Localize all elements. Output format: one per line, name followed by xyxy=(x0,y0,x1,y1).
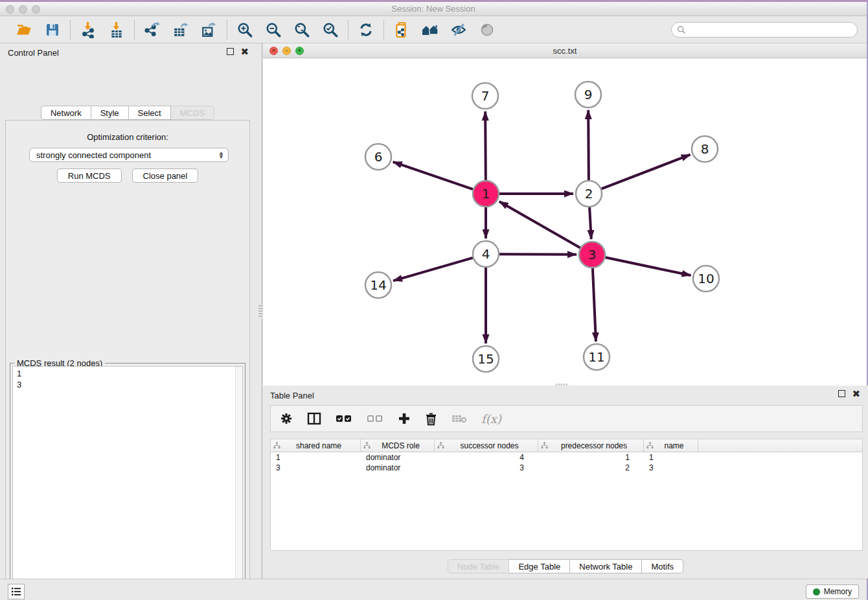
edge-1-7[interactable] xyxy=(485,111,486,180)
export-network-icon[interactable] xyxy=(143,21,161,39)
edge-2-8[interactable] xyxy=(602,155,691,189)
column-tree-icon xyxy=(273,442,280,449)
table-cell[interactable]: 4 xyxy=(435,452,538,463)
tab-network[interactable]: Network xyxy=(41,106,91,120)
column-tree-icon xyxy=(437,442,444,449)
network-graph-canvas[interactable]: 7968124314101511 xyxy=(263,58,865,386)
column-header-label: shared name xyxy=(296,441,341,450)
memory-label: Memory xyxy=(824,587,852,596)
table-toolbar: f(x) xyxy=(270,405,863,432)
node-label-6: 6 xyxy=(374,149,383,165)
search-field[interactable] xyxy=(671,22,858,38)
table-cell[interactable]: dominator xyxy=(361,452,435,463)
houses-icon[interactable] xyxy=(421,21,439,39)
tab-edge-table[interactable]: Edge Table xyxy=(509,559,570,573)
table-cell[interactable]: 1 xyxy=(271,452,361,463)
edge-3-1[interactable] xyxy=(499,202,580,248)
save-session-icon[interactable] xyxy=(43,21,62,39)
edge-2-3[interactable] xyxy=(589,207,591,239)
window-title: Session: New Session xyxy=(0,4,867,14)
edge-4-3[interactable] xyxy=(499,254,577,255)
delete-table-icon-disabled xyxy=(451,413,467,424)
mcds-result-text[interactable]: 13 xyxy=(12,366,243,600)
table-cell[interactable]: 1 xyxy=(538,452,644,463)
table-row[interactable]: 1dominator411 xyxy=(271,452,862,463)
network-window-title: scc.txt xyxy=(263,46,867,56)
zoom-fit-icon[interactable] xyxy=(293,21,311,39)
task-history-button[interactable] xyxy=(8,584,25,599)
node-label-9: 9 xyxy=(584,87,593,102)
network-window-titlebar[interactable]: ✕ − + scc.txt xyxy=(263,43,867,58)
tab-network-table[interactable]: Network Table xyxy=(570,559,642,573)
node-label-10: 10 xyxy=(698,271,714,286)
refresh-icon[interactable] xyxy=(357,21,375,39)
edge-2-9[interactable] xyxy=(588,110,589,180)
control-panel-title: Control Panel xyxy=(8,48,59,58)
zoom-selected-icon[interactable] xyxy=(321,21,339,39)
zoom-out-icon[interactable] xyxy=(264,21,282,39)
split-columns-icon[interactable] xyxy=(307,412,321,425)
run-mcds-button[interactable]: Run MCDS xyxy=(57,168,122,183)
network-window: ✕ − + scc.txt 7968124314101511 xyxy=(263,43,867,386)
optimization-criterion-label: Optimization criterion: xyxy=(6,132,249,142)
select-stepper-icon: ▲▼ xyxy=(218,151,224,159)
paint-eye-icon[interactable] xyxy=(450,21,468,39)
gear-icon[interactable] xyxy=(280,412,293,425)
close-panel-icon[interactable]: ✖ xyxy=(240,48,249,55)
mcds-panel: Optimization criterion: strongly connect… xyxy=(5,120,250,600)
hide-columns-icon[interactable] xyxy=(367,413,383,424)
trash-icon[interactable] xyxy=(425,412,437,426)
edge-3-11[interactable] xyxy=(593,268,596,341)
close-table-panel-icon[interactable]: ✖ xyxy=(852,390,860,397)
table-cell[interactable]: 1 xyxy=(644,452,698,463)
zoom-in-icon[interactable] xyxy=(236,21,254,39)
table-cell[interactable]: 3 xyxy=(271,463,361,473)
tab-mcds[interactable]: MCDS xyxy=(171,106,214,120)
result-scrollbar[interactable] xyxy=(235,367,242,600)
criterion-select[interactable]: strongly connected component ▲▼ xyxy=(29,148,229,162)
tab-select[interactable]: Select xyxy=(129,106,171,120)
close-panel-button[interactable]: Close panel xyxy=(132,168,199,183)
main-toolbar xyxy=(0,16,867,43)
add-column-icon[interactable] xyxy=(398,412,411,425)
tab-style[interactable]: Style xyxy=(91,106,129,120)
show-columns-icon[interactable] xyxy=(336,413,352,424)
status-bar: Memory xyxy=(0,579,867,600)
import-table-icon[interactable] xyxy=(108,21,126,39)
import-network-icon[interactable] xyxy=(79,21,97,39)
edge-4-14[interactable] xyxy=(393,258,473,281)
column-header-name[interactable]: name xyxy=(644,439,698,452)
column-header-label: MCDS role xyxy=(382,441,420,450)
column-header-MCDS-role[interactable]: MCDS role xyxy=(361,439,435,452)
float-panel-icon[interactable] xyxy=(227,48,234,55)
column-header-successor-nodes[interactable]: successor nodes xyxy=(435,439,538,452)
table-cell[interactable]: dominator xyxy=(361,463,435,473)
mcds-result-line: 1 xyxy=(17,368,242,379)
node-table: shared nameMCDS rolesuccessor nodesprede… xyxy=(270,439,863,551)
float-table-panel-icon[interactable] xyxy=(838,390,845,397)
edge-3-10[interactable] xyxy=(606,257,691,275)
table-row[interactable]: 3dominator323 xyxy=(271,463,862,473)
node-label-14: 14 xyxy=(370,277,386,293)
node-label-7: 7 xyxy=(481,88,490,104)
table-panel: Table Panel ✖ xyxy=(263,386,868,579)
open-folder-icon[interactable] xyxy=(15,21,33,39)
edge-1-6[interactable] xyxy=(393,162,473,189)
column-header-predecessor-nodes[interactable]: predecessor nodes xyxy=(538,439,644,452)
export-image-icon[interactable] xyxy=(200,21,218,39)
column-header-shared-name[interactable]: shared name xyxy=(271,439,361,452)
table-cell[interactable]: 2 xyxy=(538,463,644,473)
tab-node-table[interactable]: Node Table xyxy=(448,559,510,573)
tab-motifs[interactable]: Motifs xyxy=(642,559,683,573)
column-header-label: name xyxy=(664,441,683,450)
criterion-select-value: strongly connected component xyxy=(36,150,218,160)
search-icon xyxy=(677,25,686,34)
export-table-icon[interactable] xyxy=(172,21,190,39)
node-label-3: 3 xyxy=(588,247,597,262)
table-cell[interactable]: 3 xyxy=(435,463,538,473)
copy-network-icon[interactable] xyxy=(393,21,411,39)
memory-button[interactable]: Memory xyxy=(806,584,859,599)
table-cell[interactable]: 3 xyxy=(644,463,698,473)
node-label-4: 4 xyxy=(482,246,490,262)
search-input[interactable] xyxy=(689,25,852,34)
